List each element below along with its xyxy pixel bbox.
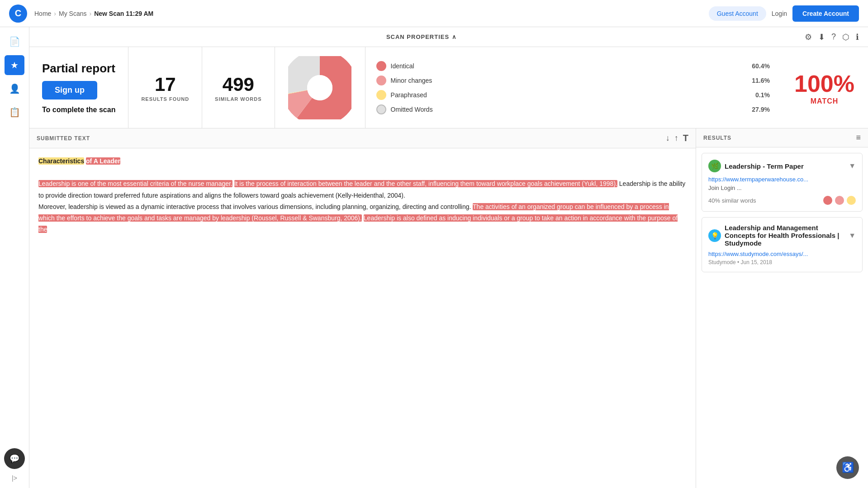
sidebar-item-reports[interactable]: 📋 xyxy=(5,102,24,122)
sidebar-bottom: 💬 |> xyxy=(4,448,25,483)
scan-props-icons: ⚙ ⬇ ? ⬡ ℹ xyxy=(805,32,859,42)
scroll-down-icon[interactable]: ↓ xyxy=(666,133,670,143)
result-1-expand-icon[interactable]: ▼ xyxy=(849,162,856,170)
result-1-url[interactable]: https://www.termpaperwarehouse.co... xyxy=(708,176,856,183)
filter-icon[interactable]: ≡ xyxy=(856,133,861,142)
result-card-1: 🌿 Leadership - Term Paper ▼ https://www.… xyxy=(702,153,863,212)
text-plain-2: Moreover, leadership is viewed as a dyna… xyxy=(38,203,471,210)
submitted-panel-actions: ↓ ↑ T xyxy=(666,133,688,143)
result-2-icon: 💡 xyxy=(708,229,721,242)
help-icon[interactable]: ? xyxy=(831,32,836,42)
highlight-sentence-1: Leadership is one of the most essential … xyxy=(38,180,232,187)
result-1-snippet: Join Login ... xyxy=(708,185,856,191)
legend-paraphrased: Paraphrased 0.1% xyxy=(376,90,770,100)
new-scan-icon: 📄 xyxy=(9,36,20,47)
omitted-dot xyxy=(376,104,386,114)
chat-icon: 💬 xyxy=(9,454,19,464)
dot-paraphrased xyxy=(847,196,856,205)
signup-button[interactable]: Sign up xyxy=(42,81,97,99)
svg-point-4 xyxy=(307,75,332,100)
sidebar-item-new-scan[interactable]: 📄 xyxy=(5,32,24,52)
result-2-title: Leadership and Management Concepts for H… xyxy=(725,224,845,247)
accessibility-icon: ♿ xyxy=(842,462,854,474)
breadcrumb-myscans[interactable]: My Scans xyxy=(59,10,86,17)
result-2-expand-icon[interactable]: ▼ xyxy=(849,232,856,240)
font-size-icon[interactable]: T xyxy=(683,133,688,143)
sidebar-item-account[interactable]: 👤 xyxy=(5,79,24,99)
scroll-up-icon[interactable]: ↑ xyxy=(674,133,678,143)
identical-pct: 60.4% xyxy=(752,62,770,70)
top-nav: C Home › My Scans › New Scan 11:29 AM Gu… xyxy=(0,0,868,27)
main-content: SCAN PROPERTIES ∧ ⚙ ⬇ ? ⬡ ℹ Partial repo… xyxy=(29,27,868,488)
results-number: 17 xyxy=(155,74,176,95)
legend: Identical 60.4% Minor changes 11.6% Para… xyxy=(365,47,781,128)
nav-actions: Guest Account Login Create Account xyxy=(709,5,859,22)
report-title: Partial report xyxy=(42,62,115,76)
login-button[interactable]: Login xyxy=(772,10,787,17)
breadcrumb-home[interactable]: Home xyxy=(34,10,51,17)
result-1-footer: 40% similar words xyxy=(708,196,856,205)
sidebar: 📄 ★ 👤 📋 💬 |> xyxy=(0,27,29,488)
accessibility-button[interactable]: ♿ xyxy=(836,456,859,479)
sidebar-item-starred[interactable]: ★ xyxy=(5,55,24,75)
chevron-icon-2: › xyxy=(90,10,92,17)
results-found: 17 RESULTS FOUND xyxy=(128,47,202,128)
paraphrased-label: Paraphrased xyxy=(391,91,742,99)
result-2-url[interactable]: https://www.studymode.com/essays/... xyxy=(708,251,856,257)
chat-button[interactable]: 💬 xyxy=(4,448,25,469)
scan-props-chevron[interactable]: ∧ xyxy=(452,33,457,40)
result-2-meta: Studymode • Jun 15, 2018 xyxy=(708,259,856,265)
logo-icon: C xyxy=(9,5,27,23)
omitted-label: Omitted Words xyxy=(391,106,739,113)
submitted-panel-header: SUBMITTED TEXT ↓ ↑ T xyxy=(29,128,696,148)
results-panel-title: RESULTS xyxy=(703,135,731,141)
minor-label: Minor changes xyxy=(391,77,739,84)
identical-dot xyxy=(376,61,386,71)
minor-pct: 11.6% xyxy=(752,77,770,84)
result-card-2: 💡 Leadership and Management Concepts for… xyxy=(702,217,863,272)
dot-minor xyxy=(835,196,844,205)
result-1-icon: 🌿 xyxy=(708,160,721,172)
highlight-title-red: of A Leader xyxy=(86,157,120,165)
download-icon[interactable]: ⬇ xyxy=(818,32,825,42)
starred-icon: ★ xyxy=(10,60,19,71)
result-1-dots xyxy=(823,196,856,205)
chevron-icon: › xyxy=(54,10,56,17)
complete-scan-text: To complete the scan xyxy=(42,106,115,114)
report-partial: Partial report Sign up To complete the s… xyxy=(29,47,128,128)
legend-identical: Identical 60.4% xyxy=(376,61,770,71)
result-card-2-header: 💡 Leadership and Management Concepts for… xyxy=(708,224,856,247)
submitted-text-panel: SUBMITTED TEXT ↓ ↑ T Characteristics of … xyxy=(29,128,696,488)
words-number: 499 xyxy=(223,74,254,95)
match-percentage: 100% xyxy=(794,70,854,97)
results-panel-header: RESULTS ≡ xyxy=(696,128,868,147)
highlight-sentence-2: It is the process of interaction between… xyxy=(234,180,617,187)
paraphrased-pct: 0.1% xyxy=(755,91,770,99)
dot-identical xyxy=(823,196,832,205)
results-list: 🌿 Leadership - Term Paper ▼ https://www.… xyxy=(696,147,868,488)
share-icon[interactable]: ⬡ xyxy=(842,32,849,42)
reports-icon: 📋 xyxy=(9,107,20,118)
identical-label: Identical xyxy=(391,62,739,70)
words-label: SIMILAR WORDS xyxy=(215,96,261,102)
guest-account-button[interactable]: Guest Account xyxy=(709,6,766,21)
result-1-similar-words: 40% similar words xyxy=(708,197,756,204)
scan-properties-bar: SCAN PROPERTIES ∧ ⚙ ⬇ ? ⬡ ℹ xyxy=(29,27,868,47)
pie-chart-svg xyxy=(288,56,351,119)
highlight-title-yellow: Characteristics xyxy=(38,157,84,165)
result-card-1-header: 🌿 Leadership - Term Paper ▼ xyxy=(708,160,856,172)
create-account-button[interactable]: Create Account xyxy=(792,5,859,22)
breadcrumb-current: New Scan 11:29 AM xyxy=(94,10,153,17)
minor-dot xyxy=(376,76,386,85)
account-icon: 👤 xyxy=(9,83,20,94)
result-1-title: Leadership - Term Paper xyxy=(725,162,845,170)
legend-omitted: Omitted Words 27.9% xyxy=(376,104,770,114)
info-icon[interactable]: ℹ xyxy=(856,32,859,42)
content-area: SUBMITTED TEXT ↓ ↑ T Characteristics of … xyxy=(29,128,868,488)
pie-chart xyxy=(275,47,365,128)
sidebar-expand-button[interactable]: |> xyxy=(10,473,19,483)
report-section: Partial report Sign up To complete the s… xyxy=(29,47,868,128)
submitted-panel-title: SUBMITTED TEXT xyxy=(37,135,90,142)
settings-icon[interactable]: ⚙ xyxy=(805,32,812,42)
breadcrumb: Home › My Scans › New Scan 11:29 AM xyxy=(34,10,153,17)
